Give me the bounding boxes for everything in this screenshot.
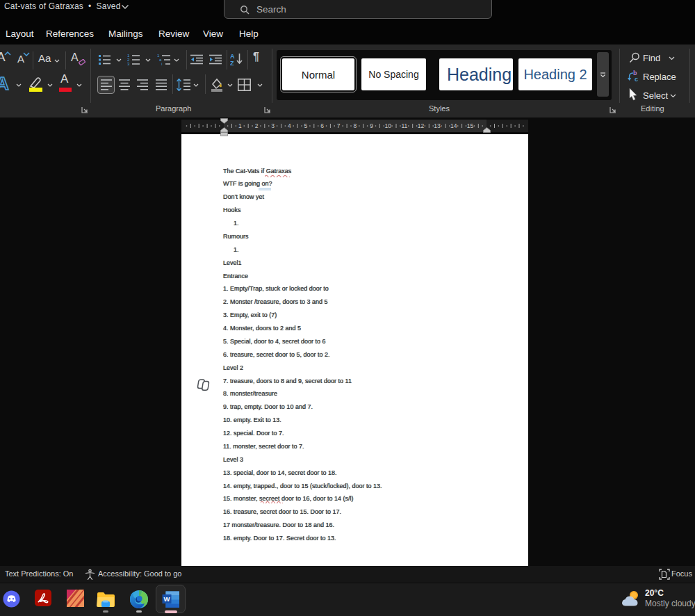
svg-text:10: 10 [384, 122, 391, 129]
svg-text:c: c [635, 76, 638, 83]
svg-text:4: 4 [288, 122, 291, 129]
svg-text:3: 3 [271, 122, 275, 129]
svg-text:15: 15 [467, 122, 474, 129]
svg-text:6: 6 [320, 122, 324, 129]
svg-text:W: W [164, 595, 170, 603]
svg-text:2: 2 [255, 122, 259, 129]
svg-text:Z: Z [230, 60, 234, 66]
svg-text:8: 8 [354, 122, 357, 129]
svg-text:3: 3 [127, 62, 130, 65]
svg-text:11: 11 [401, 122, 407, 129]
svg-text:12: 12 [418, 122, 425, 129]
svg-text:i: i [161, 62, 162, 65]
svg-text:9: 9 [370, 122, 373, 129]
svg-text:1: 1 [238, 122, 242, 129]
svg-text:7: 7 [337, 122, 341, 129]
svg-text:5: 5 [304, 122, 308, 129]
svg-text:A: A [230, 53, 235, 60]
svg-text:13: 13 [434, 122, 441, 129]
svg-text:14: 14 [450, 122, 457, 129]
